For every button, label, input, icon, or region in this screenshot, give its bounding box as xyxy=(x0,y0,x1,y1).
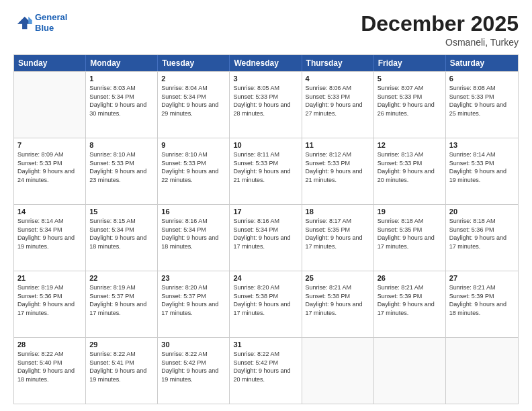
day-number: 7 xyxy=(17,141,82,149)
daylight-text: Daylight: 9 hours and 17 minutes. xyxy=(306,300,370,317)
daylight-text: Daylight: 9 hours and 20 minutes. xyxy=(378,167,442,184)
calendar-cell: 18Sunrise: 8:17 AMSunset: 5:35 PMDayligh… xyxy=(302,205,374,271)
daylight-text: Daylight: 9 hours and 27 minutes. xyxy=(306,101,370,118)
cal-header-cell: Friday xyxy=(374,55,446,71)
calendar-cell xyxy=(446,338,518,404)
sunrise-text: Sunrise: 8:05 AM xyxy=(233,84,298,93)
calendar-cell: 11Sunrise: 8:12 AMSunset: 5:33 PMDayligh… xyxy=(302,138,374,204)
daylight-text: Daylight: 9 hours and 21 minutes. xyxy=(233,167,298,184)
sunrise-text: Sunrise: 8:19 AM xyxy=(89,283,154,292)
calendar-cell: 14Sunrise: 8:14 AMSunset: 5:34 PMDayligh… xyxy=(14,205,86,271)
sunset-text: Sunset: 5:33 PM xyxy=(89,159,154,168)
day-number: 27 xyxy=(449,274,515,282)
sunrise-text: Sunrise: 8:14 AM xyxy=(17,217,82,226)
calendar-cell: 16Sunrise: 8:16 AMSunset: 5:34 PMDayligh… xyxy=(158,205,230,271)
sunrise-text: Sunrise: 8:06 AM xyxy=(306,84,370,93)
daylight-text: Daylight: 9 hours and 17 minutes. xyxy=(233,234,298,250)
day-number: 1 xyxy=(89,75,154,83)
daylight-text: Daylight: 9 hours and 18 minutes. xyxy=(17,367,82,383)
calendar-row: 21Sunrise: 8:19 AMSunset: 5:36 PMDayligh… xyxy=(14,271,518,337)
day-number: 5 xyxy=(378,75,442,83)
sunset-text: Sunset: 5:33 PM xyxy=(306,93,370,101)
sunset-text: Sunset: 5:33 PM xyxy=(449,159,515,168)
calendar-cell: 20Sunrise: 8:18 AMSunset: 5:36 PMDayligh… xyxy=(446,205,518,271)
daylight-text: Daylight: 9 hours and 19 minutes. xyxy=(89,367,154,383)
sunset-text: Sunset: 5:33 PM xyxy=(306,159,370,168)
calendar-cell: 7Sunrise: 8:09 AMSunset: 5:33 PMDaylight… xyxy=(14,138,86,204)
sunrise-text: Sunrise: 8:22 AM xyxy=(17,350,82,359)
calendar-cell xyxy=(302,338,374,404)
daylight-text: Daylight: 9 hours and 20 minutes. xyxy=(233,367,298,383)
daylight-text: Daylight: 9 hours and 17 minutes. xyxy=(17,300,82,317)
day-number: 26 xyxy=(378,274,442,282)
sunset-text: Sunset: 5:33 PM xyxy=(233,159,298,168)
calendar-cell: 30Sunrise: 8:22 AMSunset: 5:42 PMDayligh… xyxy=(158,338,230,404)
sunset-text: Sunset: 5:41 PM xyxy=(89,359,154,367)
day-number: 20 xyxy=(449,208,515,216)
location-subtitle: Osmaneli, Turkey xyxy=(361,37,519,48)
calendar-cell: 1Sunrise: 8:03 AMSunset: 5:34 PMDaylight… xyxy=(86,72,158,138)
day-number: 2 xyxy=(161,75,226,83)
sunset-text: Sunset: 5:34 PM xyxy=(161,226,226,234)
day-number: 30 xyxy=(161,340,226,349)
day-number: 31 xyxy=(233,340,298,349)
day-number: 13 xyxy=(449,141,515,149)
sunset-text: Sunset: 5:34 PM xyxy=(89,226,154,234)
cal-header-cell: Monday xyxy=(86,55,158,71)
sunset-text: Sunset: 5:42 PM xyxy=(161,359,226,367)
calendar-cell: 9Sunrise: 8:10 AMSunset: 5:33 PMDaylight… xyxy=(158,138,230,204)
sunrise-text: Sunrise: 8:20 AM xyxy=(161,283,226,292)
calendar-cell: 5Sunrise: 8:07 AMSunset: 5:33 PMDaylight… xyxy=(374,72,446,138)
daylight-text: Daylight: 9 hours and 17 minutes. xyxy=(161,300,226,317)
sunrise-text: Sunrise: 8:18 AM xyxy=(449,217,515,226)
calendar-cell: 27Sunrise: 8:21 AMSunset: 5:39 PMDayligh… xyxy=(446,271,518,337)
sunset-text: Sunset: 5:37 PM xyxy=(161,292,226,301)
calendar-row: 1Sunrise: 8:03 AMSunset: 5:34 PMDaylight… xyxy=(14,71,518,138)
daylight-text: Daylight: 9 hours and 18 minutes. xyxy=(89,234,154,250)
calendar-cell xyxy=(14,72,86,138)
sunset-text: Sunset: 5:39 PM xyxy=(378,292,442,301)
header: General Blue December 2025 Osmaneli, Tur… xyxy=(13,12,519,48)
sunrise-text: Sunrise: 8:20 AM xyxy=(233,283,298,292)
daylight-text: Daylight: 9 hours and 17 minutes. xyxy=(89,300,154,317)
calendar-header-row: SundayMondayTuesdayWednesdayThursdayFrid… xyxy=(14,55,518,71)
daylight-text: Daylight: 9 hours and 21 minutes. xyxy=(306,167,370,184)
sunset-text: Sunset: 5:34 PM xyxy=(89,93,154,101)
logo-line1: General xyxy=(35,12,67,22)
sunrise-text: Sunrise: 8:03 AM xyxy=(89,84,154,93)
logo-icon xyxy=(13,15,32,30)
sunset-text: Sunset: 5:33 PM xyxy=(378,159,442,168)
sunrise-text: Sunrise: 8:12 AM xyxy=(306,150,370,159)
daylight-text: Daylight: 9 hours and 29 minutes. xyxy=(161,101,226,118)
calendar-cell xyxy=(374,338,446,404)
day-number: 11 xyxy=(306,141,370,149)
sunrise-text: Sunrise: 8:18 AM xyxy=(378,217,442,226)
daylight-text: Daylight: 9 hours and 25 minutes. xyxy=(449,101,515,118)
sunrise-text: Sunrise: 8:22 AM xyxy=(89,350,154,359)
daylight-text: Daylight: 9 hours and 24 minutes. xyxy=(17,167,82,184)
sunset-text: Sunset: 5:37 PM xyxy=(89,292,154,301)
calendar-cell: 29Sunrise: 8:22 AMSunset: 5:41 PMDayligh… xyxy=(86,338,158,404)
sunrise-text: Sunrise: 8:16 AM xyxy=(233,217,298,226)
day-number: 4 xyxy=(306,75,370,83)
daylight-text: Daylight: 9 hours and 17 minutes. xyxy=(306,234,370,250)
day-number: 17 xyxy=(233,208,298,216)
day-number: 6 xyxy=(449,75,515,83)
day-number: 16 xyxy=(161,208,226,216)
calendar-row: 7Sunrise: 8:09 AMSunset: 5:33 PMDaylight… xyxy=(14,138,518,204)
sunset-text: Sunset: 5:35 PM xyxy=(306,226,370,234)
daylight-text: Daylight: 9 hours and 19 minutes. xyxy=(17,234,82,250)
daylight-text: Daylight: 9 hours and 17 minutes. xyxy=(233,300,298,317)
daylight-text: Daylight: 9 hours and 30 minutes. xyxy=(89,101,154,118)
daylight-text: Daylight: 9 hours and 28 minutes. xyxy=(233,101,298,118)
day-number: 9 xyxy=(161,141,226,149)
day-number: 28 xyxy=(17,340,82,349)
daylight-text: Daylight: 9 hours and 22 minutes. xyxy=(161,167,226,184)
day-number: 29 xyxy=(89,340,154,349)
sunset-text: Sunset: 5:34 PM xyxy=(233,226,298,234)
day-number: 8 xyxy=(89,141,154,149)
sunset-text: Sunset: 5:33 PM xyxy=(449,93,515,101)
calendar-row: 28Sunrise: 8:22 AMSunset: 5:40 PMDayligh… xyxy=(14,337,518,404)
daylight-text: Daylight: 9 hours and 17 minutes. xyxy=(378,234,442,250)
cal-header-cell: Saturday xyxy=(446,55,518,71)
